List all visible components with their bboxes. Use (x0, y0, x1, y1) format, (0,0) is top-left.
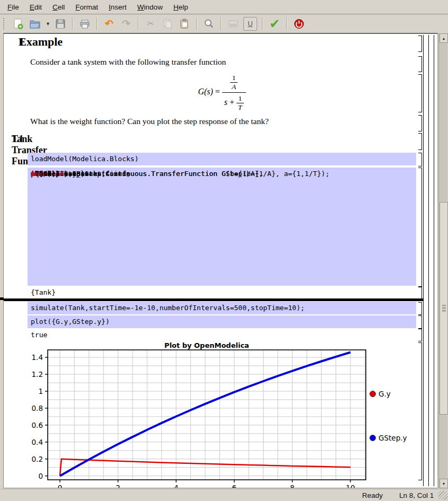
cell-bracket[interactable] (418, 36, 422, 52)
toolbar-separator (138, 17, 139, 30)
undo-button[interactable]: ↶ (101, 16, 117, 31)
open-dropdown-button[interactable]: ▼ (44, 16, 51, 31)
menu-cell[interactable]: Cell (47, 1, 70, 13)
underline-icon: U (243, 17, 257, 31)
code-cell-model-tank[interactable]: model Tank Modelica.Blocks.Continuous.Tr… (28, 168, 416, 286)
svg-text:1.2: 1.2 (32, 370, 43, 379)
paste-button[interactable] (177, 16, 192, 31)
svg-text:0.4: 0.4 (32, 438, 43, 446)
code-cell-plot[interactable]: plot({G.y,GStep.y}) (28, 315, 416, 328)
undo-icon: ↶ (105, 19, 113, 29)
resize-grip[interactable] (438, 491, 447, 500)
cursor-position: Ln 8, Col 1 (399, 491, 434, 499)
svg-text:10: 10 (346, 484, 355, 488)
svg-text:0.6: 0.6 (32, 421, 43, 429)
cell-insertion-cursor[interactable] (4, 298, 424, 301)
copy-icon (162, 18, 173, 30)
group-bracket[interactable] (423, 35, 424, 486)
svg-text:0: 0 (58, 484, 63, 488)
plot-canvas: 024681000.20.40.60.811.21.4 (28, 348, 377, 488)
redo-button[interactable]: ↷ (118, 16, 134, 31)
cell-bracket[interactable] (418, 315, 422, 329)
cell-bracket[interactable] (418, 302, 422, 315)
output-cell-tank: {Tank} (31, 287, 56, 297)
cell-bracket[interactable] (418, 74, 422, 112)
cell-bracket[interactable] (418, 168, 422, 287)
menu-bar: File Edit Cell Format Insert Window Help (0, 0, 448, 14)
cell-insertion-cursor-edge (0, 297, 4, 300)
toolbar-separator (221, 17, 222, 30)
menu-file[interactable]: File (2, 1, 24, 13)
group-bracket[interactable] (428, 35, 429, 486)
output-cell-true: true (31, 330, 47, 340)
open-file-button[interactable] (27, 16, 43, 31)
chevron-down-icon: ▼ (46, 21, 50, 27)
legend-marker-red (370, 391, 376, 397)
toolbar-separator (286, 17, 287, 30)
scroll-down-button[interactable]: ▼ (440, 479, 448, 488)
menu-insert[interactable]: Insert (103, 1, 132, 13)
svg-text:1: 1 (38, 387, 43, 395)
svg-text:4: 4 (174, 484, 179, 488)
scroll-up-button[interactable]: ▲ (440, 33, 448, 43)
menu-window[interactable]: Window (132, 1, 168, 13)
svg-text:1.4: 1.4 (32, 353, 43, 362)
code-cell-loadmodel[interactable]: loadModel(Modelica.Blocks) (28, 153, 416, 165)
redo-icon: ↷ (122, 19, 130, 29)
heading-title: Example (19, 35, 63, 49)
notebook-document: 1Example Consider a tank system with the… (3, 33, 438, 488)
scrollbar-thumb[interactable] (440, 202, 448, 415)
cell-bracket[interactable] (418, 287, 422, 299)
cut-icon: ✂ (147, 20, 154, 28)
cut-button[interactable]: ✂ (143, 16, 159, 31)
print-icon (79, 18, 91, 30)
toolbar-separator (72, 17, 73, 30)
open-folder-icon (29, 18, 41, 30)
copy-button[interactable] (160, 16, 175, 31)
toolbar-separator (96, 17, 98, 30)
cell-bracket[interactable] (418, 115, 422, 131)
formula-equals: = (215, 87, 220, 96)
cell-bracket[interactable] (418, 56, 422, 72)
toolbar: ▼ ↶ ↷ ✂ (0, 14, 448, 33)
svg-text:0.8: 0.8 (32, 404, 43, 412)
search-icon (203, 18, 215, 30)
cell-bracket[interactable] (418, 342, 422, 480)
vertical-scrollbar[interactable]: ▲ ▼ (438, 33, 447, 488)
legend-marker-blue (370, 435, 376, 441)
paragraph-question: What is the weight function? Can you plo… (30, 117, 269, 126)
menu-edit[interactable]: Edit (24, 1, 47, 13)
search-button[interactable] (201, 16, 217, 31)
svg-text:2: 2 (116, 484, 120, 488)
menu-format[interactable]: Format (70, 1, 103, 13)
cell-bracket[interactable] (418, 133, 422, 150)
legend-label: G.y (379, 390, 391, 398)
power-stop-icon (293, 18, 305, 30)
toolbar-separator (262, 17, 263, 30)
print-button[interactable] (77, 16, 93, 31)
evaluate-button[interactable]: ✔ (267, 16, 283, 31)
formula-fraction: 1A s + 1T (222, 73, 246, 112)
save-button[interactable] (52, 16, 68, 31)
image-button[interactable] (225, 16, 241, 31)
status-text: Ready (362, 491, 383, 499)
evaluate-check-icon: ✔ (269, 17, 280, 30)
cell-bracket[interactable] (418, 329, 422, 341)
code-cell-simulate[interactable]: simulate(Tank,startTime=-1e-10,numberOfI… (28, 302, 416, 314)
svg-text:0.2: 0.2 (32, 455, 43, 463)
status-bar: Ready Ln 8, Col 1 (0, 489, 448, 501)
legend-label: GStep.y (379, 434, 407, 442)
menu-help[interactable]: Help (168, 1, 194, 13)
legend-entry-gstepy: GStep.y (370, 434, 407, 442)
toolbar-drag-handle[interactable] (3, 18, 7, 30)
toolbar-separator (196, 17, 197, 30)
image-icon (227, 18, 239, 30)
save-icon (55, 18, 66, 30)
stop-button[interactable] (291, 16, 307, 31)
underline-button[interactable]: U (242, 16, 258, 31)
group-bracket[interactable] (434, 35, 434, 486)
new-document-button[interactable] (10, 16, 26, 31)
legend-entry-gy: G.y (370, 390, 391, 398)
formula-lhs: G(s) (198, 87, 213, 96)
cell-bracket[interactable] (418, 153, 422, 166)
